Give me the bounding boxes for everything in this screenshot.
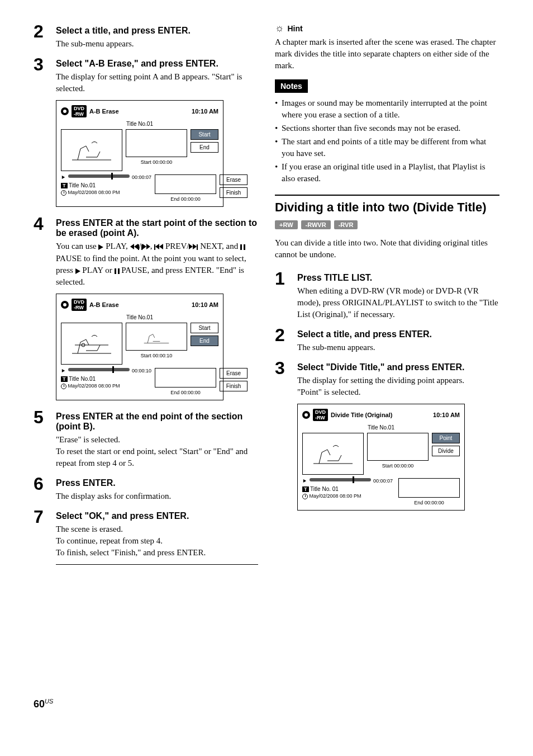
step-text: "Erase" is selected. To reset the start …: [56, 434, 258, 469]
screen-ab-erase-end: DVD-RW A-B Erase 10:10 AM Title No.01 St…: [56, 294, 223, 400]
step-title: Press ENTER at the end point of the sect…: [56, 412, 258, 432]
timeline: [310, 478, 371, 481]
format-badge-rwvr: -RWVR: [301, 220, 331, 229]
step-7: 7 Select "OK," and press ENTER. The scen…: [34, 508, 258, 559]
note-item: Images or sound may be momentarily inter…: [275, 97, 499, 121]
preview-b: [126, 129, 187, 157]
thumbnail-a: [61, 129, 122, 171]
finish-button[interactable]: Finish: [220, 187, 248, 198]
date-line: May/02/2008 08:00 PM: [68, 383, 120, 389]
preview-end: [155, 368, 216, 388]
step-text: The sub-menu appears.: [56, 38, 258, 50]
step-text: The display asks for confirmation.: [56, 490, 258, 502]
divide-button[interactable]: Divide: [432, 446, 460, 456]
right-column: ☼ Hint A chapter mark is inserted after …: [275, 22, 499, 716]
end-button[interactable]: End: [191, 336, 218, 346]
title-number: Title No.01: [61, 314, 218, 320]
hint-icon: ☼: [275, 22, 284, 34]
play-indicator-icon: [303, 479, 306, 483]
disc-icon: [302, 411, 310, 419]
erase-button[interactable]: Erase: [220, 368, 248, 379]
date-line: May/02/2008 08:00 PM: [310, 493, 361, 499]
dvd-rw-badge: DVD-RW: [313, 409, 328, 421]
step-title: Select a title, and press ENTER.: [56, 26, 258, 36]
format-badge-rw: +RW: [275, 220, 298, 229]
title-line: Title No. 01: [310, 486, 339, 492]
hint-header: ☼ Hint: [275, 22, 499, 34]
format-badge-rvr: -RVR: [334, 220, 358, 229]
step-text: When editing a DVD-RW (VR mode) or DVD-R…: [297, 285, 499, 320]
step-title: Select "Divide Title," and press ENTER.: [297, 362, 499, 372]
screen-ab-erase-start: DVD-RW A-B Erase 10:10 AM Title No.01 St…: [56, 100, 223, 207]
end-time-label: End 00:00:00: [155, 196, 216, 202]
screen-title: Divide Title (Original): [331, 412, 392, 418]
pause-icon: [115, 268, 120, 274]
step-text: The scene is erased. To continue, repeat…: [56, 523, 258, 559]
step-title: Press ENTER.: [56, 478, 258, 488]
screen-title: A-B Erase: [89, 108, 119, 115]
position-time: 00:00:07: [132, 174, 151, 180]
step-4: 4 Press ENTER at the start point of the …: [34, 215, 258, 288]
step-number: 7: [34, 508, 56, 559]
timeline: [68, 368, 130, 371]
thumbnail-a: [302, 433, 364, 475]
step-text: The sub-menu appears.: [297, 342, 499, 353]
next-icon: [189, 241, 197, 253]
title-number: Title No.01: [61, 121, 218, 127]
disc-icon: [61, 301, 69, 309]
point-button[interactable]: Point: [432, 433, 460, 443]
step-text: You can use PLAY, /, PREV/ NEXT, and PAU…: [56, 240, 258, 288]
step-5: 5 Press ENTER at the end point of the se…: [34, 408, 258, 469]
play-icon: [75, 268, 80, 274]
position-time: 00:00:07: [373, 478, 393, 484]
t-icon: T: [61, 376, 68, 382]
play-indicator-icon: [62, 176, 65, 179]
timeline: [68, 174, 130, 178]
clock-icon: [302, 494, 308, 499]
step-1-divide: 1 Press TITLE LIST. When editing a DVD-R…: [275, 270, 499, 320]
title-line: Title No.01: [69, 182, 96, 188]
erase-button[interactable]: Erase: [220, 174, 248, 185]
step-6: 6 Press ENTER. The display asks for conf…: [34, 475, 258, 502]
pause-icon: [240, 244, 245, 250]
start-time-label: Start 00:00:00: [126, 159, 187, 165]
clock-icon: [61, 190, 66, 196]
preview-b: [367, 433, 429, 461]
step-number: 2: [34, 22, 56, 50]
start-button[interactable]: Start: [191, 323, 218, 333]
end-time-label: End 00:00:00: [398, 500, 460, 505]
note-item: The start and end points of a title may …: [275, 136, 499, 159]
step-title: Select "OK," and press ENTER.: [56, 511, 258, 521]
start-time-label: Start 00:00:10: [126, 353, 187, 358]
step-number: 6: [34, 475, 56, 502]
start-button[interactable]: Start: [191, 129, 218, 140]
left-column: 2 Select a title, and press ENTER. The s…: [34, 22, 258, 716]
notes-list: Images or sound may be momentarily inter…: [275, 97, 499, 185]
screen-time: 10:10 AM: [433, 412, 460, 418]
note-item: Sections shorter than five seconds may n…: [275, 122, 499, 134]
fastforward-icon: [142, 241, 150, 253]
hint-label: Hint: [288, 24, 303, 33]
end-button[interactable]: End: [191, 142, 218, 153]
step-text: The display for setting the dividing poi…: [297, 375, 499, 398]
section-heading: Dividing a title into two (Divide Title): [275, 195, 499, 215]
step-title: Press ENTER at the start point of the se…: [56, 218, 258, 238]
step-number: 3: [275, 359, 297, 398]
position-time: 00:00:10: [132, 368, 151, 374]
disc-icon: [61, 107, 69, 115]
note-item: If you erase an original title used in a…: [275, 161, 499, 185]
section-divider: [56, 564, 258, 565]
preview-end: [398, 478, 460, 498]
step-number: 5: [34, 408, 56, 469]
clock-icon: [61, 384, 66, 389]
dvd-rw-badge: DVD-RW: [72, 299, 87, 311]
rewind-icon: [130, 241, 138, 253]
end-time-label: End 00:00:00: [155, 390, 216, 395]
play-indicator-icon: [62, 369, 65, 372]
screen-title: A-B Erase: [89, 301, 119, 308]
format-badges: +RW -RWVR -RVR: [275, 220, 499, 229]
intro-text: You can divide a title into two. Note th…: [275, 237, 499, 261]
screen-time: 10:10 AM: [192, 108, 218, 115]
step-number: 1: [275, 270, 297, 320]
finish-button[interactable]: Finish: [220, 381, 248, 391]
